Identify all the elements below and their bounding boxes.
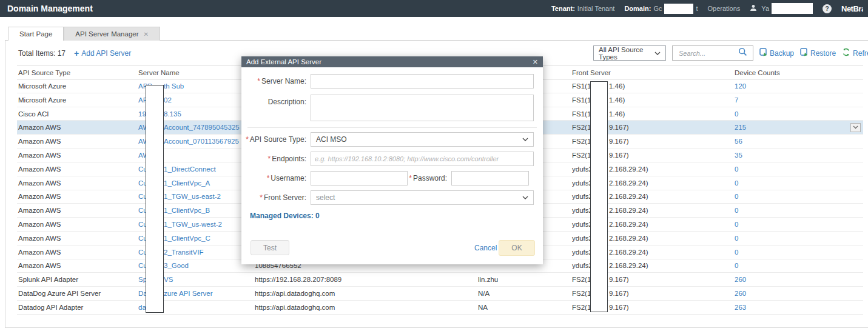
test-button[interactable]: Test [251,240,289,255]
search-input[interactable] [678,49,738,58]
domain-info[interactable]: Domain: Gct [624,4,698,14]
cell-actions [845,107,863,121]
cell-source-type: Amazon AWS [17,218,137,231]
cell-device-count-link[interactable]: 260 [733,273,845,286]
server-name-suffix: Account_070113567925 [164,135,239,148]
front-server-suffix: 2.168.29.24) [609,176,648,190]
cell-device-count-link[interactable]: 120 [733,79,845,93]
add-api-server-button[interactable]: + Add API Server [74,48,131,58]
tab-start-page[interactable]: Start Page [8,27,64,41]
front-server-prefix: ydufs2 [572,262,593,269]
header-source-type[interactable]: API Source Type [17,66,137,79]
cell-actions [845,162,863,176]
cell-source-type: Amazon AWS [17,176,137,190]
cell-username: N/A [477,287,571,300]
cell-actions [845,135,863,148]
description-input[interactable] [311,95,534,121]
server-name-suffix: 1_ClientVpc_B [164,204,210,217]
search-icon[interactable] [738,47,747,59]
restore-icon [800,48,808,58]
cancel-button[interactable]: Cancel [474,244,497,252]
cell-actions [845,190,863,204]
help-icon[interactable]: ? [823,4,832,13]
server-name-suffix: 1_ClientVpc_A [164,176,210,190]
endpoints-input[interactable] [311,152,534,166]
cell-username: lin.zhu [477,273,571,286]
front-server-label: *Front Server: [241,190,306,202]
domain-management-screen: Domain Management Tenant: Initial Tenant… [0,0,868,331]
table-row[interactable]: DataDog Azure API ServerDatzure API Serv… [17,287,863,301]
server-name-suffix: 1_DirectConnect [164,162,216,176]
front-server-suffix: 9.167) [609,135,629,148]
row-expand-chevron-icon[interactable] [850,123,861,132]
front-server-prefix: ydufs2 [572,221,593,228]
toolbar-left: Total Items: 17 + Add API Server [18,48,131,58]
cell-source-type: Amazon AWS [17,121,137,134]
cell-device-count-link[interactable]: 0 [733,204,845,217]
filter-selected-value: All API Source Types [599,46,654,61]
required-asterisk: * [268,155,271,163]
managed-devices-count: Managed Devices: 0 [250,212,320,220]
endpoints-row: *Endpoints: [241,152,543,166]
tab-close-icon[interactable]: ✕ [144,31,149,38]
cell-device-count-link[interactable]: 35 [733,149,845,162]
front-server-suffix: 9.167) [609,287,629,300]
server-name-suffix: 1_ClientVpc_C [164,232,210,245]
cell-username: NA [477,301,571,314]
cell-device-count-link[interactable]: 7 [733,93,845,107]
top-bar-right: Tenant: Initial Tenant Domain: Gct Opera… [551,0,863,17]
cell-source-type: Amazon AWS [17,149,137,162]
front-server-suffix: 2.168.29.24) [609,204,648,217]
ok-button[interactable]: OK [499,240,535,256]
cell-device-count-link[interactable]: 0 [733,190,845,204]
operations-menu[interactable]: Operations [708,5,741,12]
required-asterisk: * [260,193,263,202]
cell-device-count-link[interactable]: 0 [733,107,845,121]
cell-source-type: Cisco ACI [17,107,137,121]
cell-device-count-link[interactable]: 263 [733,301,845,314]
refresh-label: Refresh [853,49,868,58]
cell-source-type: Amazon AWS [17,135,137,148]
domain-value-suffix: t [696,5,698,12]
endpoints-label: *Endpoints: [241,152,306,163]
header-server-name[interactable]: Server Name [137,66,254,79]
cell-device-count-link[interactable]: 0 [733,162,845,176]
source-type-filter-dropdown[interactable]: All API Source Types [593,45,666,61]
user-menu[interactable]: Ya [750,3,813,14]
password-input[interactable] [451,171,529,186]
server-name-input[interactable] [311,74,534,89]
table-row[interactable]: Datadog API Adapterdathttps://api.datado… [17,301,863,315]
cell-device-count-link[interactable]: 0 [733,218,845,231]
cell-device-count-link[interactable]: 0 [733,259,845,273]
domain-value-prefix: Gc [653,5,662,12]
server-name-suffix: 2_TransitVIF [164,246,203,259]
cell-device-count-link[interactable]: 260 [733,287,845,300]
refresh-button[interactable]: Refresh [842,48,868,58]
header-device-counts[interactable]: Device Counts [733,66,845,79]
front-server-suffix: 2.168.29.24) [609,232,648,245]
backup-button[interactable]: Backup [759,48,794,58]
cell-device-count-link[interactable]: 56 [733,135,845,148]
tab-api-server-manager[interactable]: API Server Manager ✕ [64,27,160,41]
dialog-header[interactable]: Add External API Server ✕ [241,56,543,67]
front-server-suffix: 1.46) [609,93,625,107]
header-actions [845,66,863,79]
cell-device-count-link[interactable]: 0 [733,176,845,190]
cell-device-count-link[interactable]: 0 [733,246,845,259]
front-server-prefix: ydufs2 [572,179,593,187]
front-server-select[interactable]: select [311,190,534,205]
required-asterisk: * [267,174,270,182]
cell-source-type: Amazon AWS [17,232,137,245]
cell-device-count-link[interactable]: 0 [733,232,845,245]
redaction-box [772,3,813,14]
api-source-type-select[interactable]: ACI MSO [311,132,534,147]
header-front-server[interactable]: Front Server [571,66,733,79]
restore-button[interactable]: Restore [800,48,836,58]
table-row[interactable]: Splunk API AdapterSpluVShttps://192.168.… [17,273,863,287]
front-server-suffix: 9.167) [609,121,629,134]
close-icon[interactable]: ✕ [533,58,538,66]
server-name-suffix: 02 [164,93,172,107]
cell-device-count-link[interactable]: 215 [733,121,845,134]
username-input[interactable] [311,171,408,186]
cell-source-type: Datadog API Adapter [17,301,137,314]
